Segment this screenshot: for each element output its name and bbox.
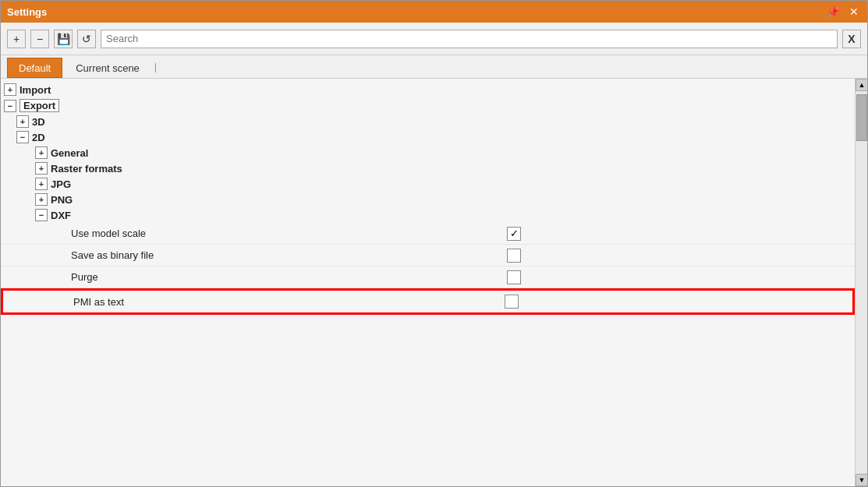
checkbox-pmi-as-text[interactable] [505, 295, 519, 309]
label-save-binary: Save as binary file [71, 249, 507, 261]
scroll-down-button[interactable]: ▼ [856, 474, 867, 486]
tab-current-scene-label: Current scene [76, 62, 140, 74]
tree-item-raster[interactable]: + Raster formats [1, 161, 855, 176]
scroll-thumb[interactable] [856, 94, 867, 141]
label-purge: Purge [71, 271, 507, 283]
tree-item-import[interactable]: + Import [1, 82, 855, 97]
content-area: + Import − Export + 3D − 2D + General [1, 79, 867, 486]
tab-current-scene[interactable]: Current scene [64, 58, 151, 78]
tree-item-2d[interactable]: − 2D [1, 129, 855, 145]
label-png: PNG [51, 194, 73, 206]
toolbar: + − 💾 ↺ X [1, 23, 867, 55]
scroll-track [856, 91, 867, 474]
expand-all-button[interactable]: + [7, 30, 26, 48]
label-raster: Raster formats [51, 163, 122, 175]
row-use-model-scale: Use model scale ✓ [1, 223, 855, 245]
close-title-button[interactable]: ✕ [847, 6, 861, 17]
expand-all-icon: + [13, 33, 19, 45]
expander-general[interactable]: + [35, 146, 48, 159]
highlighted-region: PMI as text [1, 288, 855, 315]
row-pmi-as-text: PMI as text [3, 291, 852, 312]
label-dxf: DXF [51, 210, 71, 221]
row-save-binary: Save as binary file [1, 245, 855, 266]
tab-separator: | [153, 61, 158, 72]
label-import: Import [19, 84, 51, 96]
collapse-all-button[interactable]: − [30, 30, 49, 48]
checkbox-save-binary[interactable] [507, 249, 521, 263]
scrollbar: ▲ ▼ [855, 79, 867, 486]
pin-button[interactable]: 📌 [824, 6, 842, 17]
tree-item-png[interactable]: + PNG [1, 192, 855, 207]
row-purge: Purge [1, 266, 855, 288]
title-bar: Settings 📌 ✕ [1, 1, 867, 23]
title-bar-controls: 📌 ✕ [824, 6, 861, 17]
collapse-all-icon: − [37, 33, 43, 45]
save-button[interactable]: 💾 [54, 30, 73, 48]
search-clear-button[interactable]: X [842, 30, 861, 48]
save-icon: 💾 [57, 33, 70, 45]
tabs-bar: Default Current scene | [1, 55, 867, 79]
expander-png[interactable]: + [35, 193, 48, 206]
label-jpg: JPG [51, 178, 71, 190]
checkbox-use-model-scale[interactable]: ✓ [507, 227, 521, 241]
reset-icon: ↺ [82, 33, 91, 45]
tree-item-jpg[interactable]: + JPG [1, 176, 855, 192]
expander-jpg[interactable]: + [35, 178, 48, 190]
search-input[interactable] [101, 30, 838, 48]
reset-button[interactable]: ↺ [77, 30, 96, 48]
settings-window: Settings 📌 ✕ + − 💾 ↺ X Default Current s… [0, 0, 868, 487]
tab-default[interactable]: Default [7, 58, 62, 78]
expander-export[interactable]: − [4, 100, 16, 112]
label-3d: 3D [32, 116, 45, 128]
scroll-up-button[interactable]: ▲ [856, 79, 867, 91]
tree-item-export[interactable]: − Export [1, 97, 855, 114]
expander-3d[interactable]: + [16, 115, 29, 128]
tree-item-3d[interactable]: + 3D [1, 114, 855, 129]
expander-import[interactable]: + [4, 83, 16, 96]
label-export: Export [19, 99, 59, 112]
label-pmi-as-text: PMI as text [73, 296, 505, 308]
tree-item-general[interactable]: + General [1, 145, 855, 161]
window-title: Settings [7, 6, 47, 18]
label-2d: 2D [32, 132, 45, 143]
close-x-icon: X [848, 33, 855, 45]
tree-item-dxf[interactable]: − DXF [1, 207, 855, 223]
checkbox-purge[interactable] [507, 270, 521, 284]
expander-dxf[interactable]: − [35, 209, 48, 221]
expander-2d[interactable]: − [16, 131, 29, 143]
label-use-model-scale: Use model scale [71, 228, 507, 239]
tab-default-label: Default [19, 62, 51, 74]
tree-panel: + Import − Export + 3D − 2D + General [1, 79, 855, 486]
label-general: General [51, 147, 88, 159]
expander-raster[interactable]: + [35, 162, 48, 175]
